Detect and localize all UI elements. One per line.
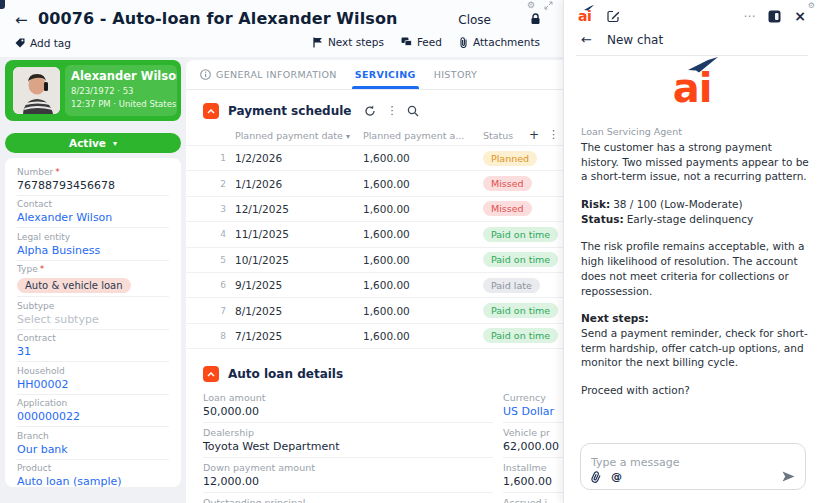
close-button[interactable]: Close [458,13,491,27]
detail-value[interactable]: Toyota West Department [203,440,493,454]
kebab-menu-icon[interactable]: ⋮ [386,106,397,116]
more-options-icon[interactable]: ⋯ [743,12,755,20]
detail-value[interactable]: 12,000.00 [203,475,493,489]
field-value-link[interactable]: HH00002 [17,378,169,391]
detail-label: Loan amount [203,392,493,403]
profile-info: Alexander Wilson 8/23/1972 · 53 12:37 PM… [65,65,177,116]
status-badge[interactable]: Paid late [483,278,540,293]
detail-value[interactable]: US Dollar [503,405,563,419]
auto-loan-details: Loan amount50,000.00DealershipToyota Wes… [203,388,563,503]
field-value-link[interactable]: Alexander Wilson [17,211,169,224]
detail-value[interactable]: 1,600.00 [503,475,563,489]
search-icon[interactable] [407,105,419,117]
chevron-down-icon: ▾ [113,139,117,148]
tab-general-information[interactable]: GENERAL INFORMATION [200,60,337,89]
refresh-icon[interactable] [364,105,376,117]
status-badge[interactable]: Paid on time [483,303,558,318]
add-column-icon[interactable]: + [529,128,539,142]
type-pill[interactable]: Auto & vehicle loan [17,278,131,293]
status-label: Active [69,137,106,149]
dock-panel-icon[interactable] [768,10,781,23]
status-dropdown[interactable]: Active ▾ [5,133,181,153]
field-value-link[interactable]: 31 [17,345,169,358]
ai-logo-small[interactable]: ai [578,9,591,23]
field-value-wrap: Auto & vehicle loan [17,274,169,293]
field-placeholder[interactable]: Select subtype [17,313,169,326]
header-action-next-steps[interactable]: Next steps [313,36,384,48]
status-badge[interactable]: Paid on time [483,328,558,343]
tab-servicing[interactable]: SERVICING [355,60,416,89]
detail-value[interactable]: 62,000.00 [503,440,563,454]
message-text: The customer has a strong payment histor… [581,141,809,182]
table-row[interactable]: 411/1/20251,600.00Paid on time [186,221,563,246]
paperclip-icon [459,37,468,48]
input-tools: @ [591,470,622,483]
header-action-attachments[interactable]: Attachments [459,36,540,48]
field-household: HouseholdHH00002 [17,362,169,395]
cell-planned-payment-amount: 1,600.00 [363,203,483,215]
field-value-link[interactable]: Alpha Business [17,244,169,257]
contact-profile-card[interactable]: Alexander Wilson 8/23/1972 · 53 12:37 PM… [5,60,181,121]
detail-field-accrued-i: Accrued i [503,493,563,503]
status-badge[interactable]: Planned [483,151,537,166]
collapse-section-icon[interactable] [203,366,219,382]
field-value-link[interactable]: Auto loan (sample) [17,475,169,487]
record-fields-panel: Number*76788793456678ContactAlexander Wi… [5,158,181,487]
collapse-section-icon[interactable] [203,103,219,119]
cell-planned-payment-date: 8/1/2025 [235,305,363,317]
table-row[interactable]: 87/1/20251,600.00Paid on time [186,323,563,349]
header-action-feed[interactable]: Feed [401,36,442,48]
chat-back-arrow-icon[interactable]: ← [581,32,592,47]
tab-history[interactable]: HISTORY [434,60,478,89]
table-row[interactable]: 21/1/20261,600.00Missed [186,170,563,195]
status-badge[interactable]: Missed [483,201,532,216]
detail-value[interactable]: 50,000.00 [203,405,493,419]
ai-assistant-panel: ⚙ ai ⋯ × ← New chat ai Loan Servicing Ag… [563,0,820,503]
section-title: Auto loan details [228,367,343,381]
settings-gear-icon[interactable]: ⚙ [527,1,535,10]
back-arrow-icon[interactable]: ← [15,11,28,29]
contact-time-country: 12:37 PM · United States [71,99,171,109]
status-badge[interactable]: Paid on time [483,252,558,267]
nav-menu-fragment [0,0,5,9]
table-row[interactable]: 510/1/20251,600.00Paid on time [186,247,563,272]
field-label-text: Contact [17,199,52,209]
close-panel-icon[interactable]: × [794,10,806,22]
cell-planned-payment-amount: 1,600.00 [363,152,483,164]
column-planned-payment-date[interactable]: Planned payment date▾ [235,130,363,141]
field-label-text: Household [17,366,65,376]
header-mini-tools: ⚙ [527,1,553,10]
table-row[interactable]: 78/1/20251,600.00Paid on time [186,297,563,322]
send-icon[interactable] [782,471,795,482]
field-value[interactable]: 76788793456678 [17,179,169,192]
column-planned-payment-amount[interactable]: Planned payment a... [363,130,483,141]
lock-icon[interactable] [530,13,541,25]
mention-icon[interactable]: @ [611,470,622,483]
attach-file-icon[interactable] [591,471,601,483]
field-application: Application000000022 [17,395,169,428]
table-row[interactable]: 312/1/20251,600.00Missed [186,196,563,221]
row-number: 1 [186,153,226,163]
row-number: 6 [186,280,226,290]
message-line: Proceed with action? [581,383,809,398]
field-value-link[interactable]: 000000022 [17,410,169,423]
record-header: ← 00076 - Auto-loan for Alexander Wilson… [0,0,563,57]
status-badge[interactable]: Paid on time [483,227,558,242]
expand-icon[interactable] [544,1,553,10]
ai-logo-large: ai [564,66,820,110]
field-value-link[interactable]: Our bank [17,443,169,456]
table-row[interactable]: 11/2/20261,600.00Planned [186,145,563,170]
contact-birthdate-age: 8/23/1972 · 53 [71,86,171,96]
new-conversation-icon[interactable] [607,10,620,23]
status-badge[interactable]: Missed [483,176,532,191]
column-status[interactable]: Status [483,130,517,141]
chat-input-box[interactable]: @ [580,443,806,490]
add-tag-button[interactable]: Add tag [15,37,71,49]
add-tag-label: Add tag [30,37,71,49]
panel-gear-icon[interactable]: ⚙ [808,2,815,10]
field-contact: ContactAlexander Wilson [17,196,169,229]
table-row[interactable]: 69/1/20251,600.00Paid late [186,272,563,297]
message-input[interactable] [591,456,795,469]
message-line: The risk profile remains acceptable, wit… [581,239,809,298]
table-kebab-icon[interactable]: ⋮ [548,130,559,140]
